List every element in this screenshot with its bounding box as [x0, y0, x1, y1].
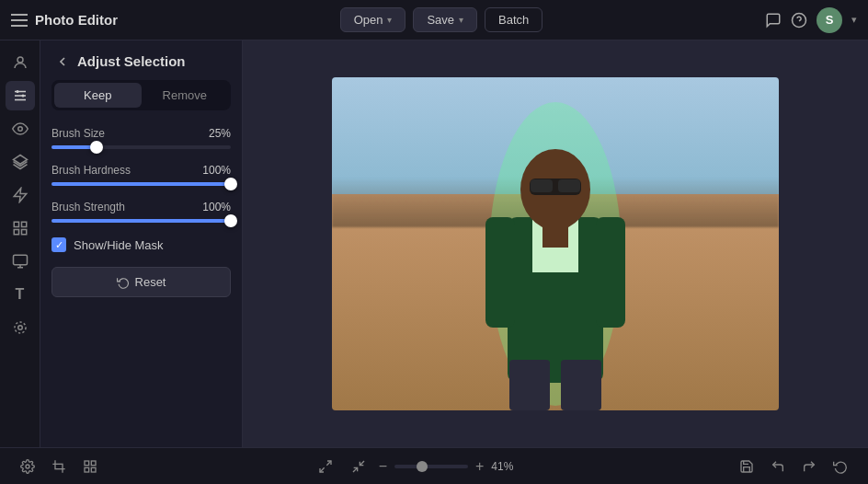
brush-size-control: Brush Size 25%: [51, 127, 231, 149]
svg-rect-35: [91, 461, 96, 466]
back-button[interactable]: [55, 54, 70, 69]
svg-rect-25: [531, 179, 553, 192]
keep-remove-tabs: Keep Remove: [51, 80, 231, 110]
person-figure: [482, 98, 629, 410]
open-button[interactable]: Open ▾: [340, 7, 406, 32]
svg-rect-26: [558, 179, 580, 192]
save-chevron-icon: ▾: [459, 15, 463, 25]
svg-point-32: [26, 465, 29, 468]
side-panel: Adjust Selection Keep Remove Brush Size …: [40, 40, 243, 447]
panel-title: Adjust Selection: [77, 53, 186, 69]
svg-rect-14: [21, 230, 26, 235]
svg-rect-11: [14, 222, 18, 226]
brush-strength-control: Brush Strength 100%: [51, 201, 231, 223]
grid-tool-icon[interactable]: [6, 213, 35, 243]
brush-size-label: Brush Size: [51, 127, 105, 140]
crop-bottom-icon[interactable]: [46, 454, 72, 479]
svg-point-2: [17, 57, 23, 63]
top-bar: Photo Editor Open ▾ Save ▾ Batch S ▾: [0, 0, 868, 40]
svg-marker-10: [14, 189, 27, 202]
brush-hardness-label-row: Brush Hardness 100%: [51, 164, 231, 177]
zoom-area: − + 41%: [313, 454, 525, 479]
layers-tool-icon[interactable]: [6, 147, 35, 177]
svg-rect-36: [85, 467, 89, 472]
menu-icon[interactable]: [11, 14, 28, 27]
svg-rect-12: [21, 222, 26, 226]
comments-icon[interactable]: [765, 12, 782, 29]
redo-button[interactable]: [796, 454, 822, 479]
svg-rect-37: [91, 467, 96, 472]
svg-rect-13: [14, 230, 18, 235]
top-bar-left: Photo Editor: [11, 12, 118, 28]
top-bar-right: S ▾: [765, 7, 857, 33]
zoom-level-display: 41%: [491, 460, 524, 473]
svg-point-7: [21, 95, 24, 98]
zoom-out-button[interactable]: −: [379, 458, 387, 475]
brush-size-value: 25%: [209, 127, 231, 140]
svg-rect-27: [542, 225, 568, 248]
svg-rect-29: [596, 217, 625, 328]
adjust-tool-icon[interactable]: [6, 81, 35, 110]
effects-tool-icon[interactable]: [6, 180, 35, 210]
save-state-button[interactable]: [734, 454, 760, 479]
brush-strength-label-row: Brush Strength 100%: [51, 201, 231, 213]
eye-tool-icon[interactable]: [6, 114, 35, 144]
brush-hardness-slider[interactable]: [51, 182, 231, 186]
grid-bottom-icon[interactable]: [77, 454, 103, 479]
zoom-in-button[interactable]: +: [475, 458, 484, 475]
shapes-tool-icon[interactable]: [6, 313, 35, 342]
brush-size-slider[interactable]: [51, 145, 231, 149]
app-title: Photo Editor: [35, 12, 118, 28]
reset-icon: [117, 276, 130, 289]
svg-point-19: [15, 322, 26, 333]
keep-tab[interactable]: Keep: [54, 83, 142, 108]
bottom-bar: − + 41%: [0, 447, 868, 484]
avatar-chevron-icon: ▾: [851, 14, 857, 26]
remove-tab[interactable]: Remove: [142, 83, 229, 108]
undo-button[interactable]: [765, 454, 791, 479]
batch-button[interactable]: Batch: [485, 7, 542, 32]
open-chevron-icon: ▾: [387, 15, 392, 25]
left-toolbar: T: [0, 40, 40, 447]
svg-line-40: [353, 467, 358, 472]
save-button[interactable]: Save ▾: [413, 7, 477, 32]
svg-rect-31: [561, 360, 601, 410]
svg-line-41: [360, 461, 364, 466]
zoom-slider[interactable]: [394, 465, 468, 468]
brush-size-label-row: Brush Size 25%: [51, 127, 231, 140]
fit-content-icon[interactable]: [346, 454, 371, 479]
brush-hardness-label: Brush Hardness: [51, 164, 131, 177]
svg-rect-30: [509, 360, 550, 410]
brush-hardness-value: 100%: [202, 164, 231, 177]
svg-point-18: [17, 326, 22, 330]
panel-header: Adjust Selection: [40, 40, 242, 80]
undo-redo-group: [734, 454, 853, 479]
fit-screen-icon[interactable]: [313, 454, 338, 479]
top-bar-center: Open ▾ Save ▾ Batch: [340, 7, 543, 32]
svg-rect-34: [85, 461, 89, 466]
brush-hardness-control: Brush Hardness 100%: [51, 164, 231, 186]
show-hide-mask-row: ✓ Show/Hide Mask: [51, 237, 231, 252]
media-tool-icon[interactable]: [6, 247, 35, 276]
photo-frame: [332, 77, 779, 410]
people-tool-icon[interactable]: [6, 48, 35, 77]
brush-strength-label: Brush Strength: [51, 201, 125, 213]
brush-strength-slider[interactable]: [51, 219, 231, 223]
settings-bottom-icon[interactable]: [15, 454, 40, 479]
svg-point-8: [17, 127, 22, 132]
help-icon[interactable]: [791, 12, 807, 29]
avatar[interactable]: S: [817, 7, 842, 33]
show-hide-mask-label: Show/Hide Mask: [74, 238, 164, 252]
brush-strength-value: 100%: [202, 201, 231, 213]
reset-button[interactable]: Reset: [51, 267, 231, 297]
text-tool-icon[interactable]: T: [6, 280, 35, 309]
history-button[interactable]: [828, 454, 853, 479]
svg-point-6: [16, 90, 18, 93]
svg-rect-15: [13, 255, 27, 265]
svg-rect-28: [485, 217, 515, 328]
svg-rect-33: [55, 464, 63, 468]
svg-line-38: [326, 461, 331, 466]
canvas-area[interactable]: [243, 40, 868, 447]
svg-line-39: [320, 467, 325, 472]
show-hide-mask-checkbox[interactable]: ✓: [51, 237, 66, 252]
